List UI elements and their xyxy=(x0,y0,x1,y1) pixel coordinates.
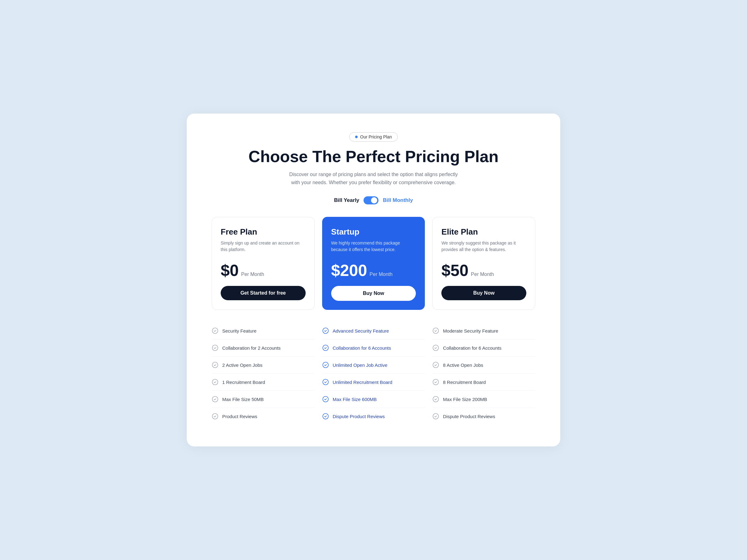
list-item: Max File Size 600MB xyxy=(322,391,425,408)
feature-label: Collaboration for 6 Accounts xyxy=(443,345,501,351)
svg-point-10 xyxy=(323,396,328,402)
list-item: Unlimited Open Job Active xyxy=(322,356,425,374)
svg-point-11 xyxy=(323,414,328,419)
feature-label: Collaboration for 2 Accounts xyxy=(222,345,281,351)
page-title: Choose The Perfect Pricing Plan xyxy=(212,148,535,165)
check-icon xyxy=(212,344,218,351)
pricing-plans: Free Plan Simply sign up and create an a… xyxy=(212,217,535,310)
svg-point-9 xyxy=(323,379,328,385)
list-item: Dispute Product Reviews xyxy=(322,408,425,425)
list-item: Product Reviews xyxy=(212,408,315,425)
features-section: Security Feature Collaboration for 2 Acc… xyxy=(212,322,535,425)
list-item: Moderate Security Feature xyxy=(432,322,535,340)
check-icon xyxy=(432,344,439,351)
list-item: 2 Active Open Jobs xyxy=(212,356,315,374)
svg-point-15 xyxy=(433,379,439,385)
check-icon xyxy=(432,396,439,403)
elite-plan-price: $50 Per Month xyxy=(441,262,526,278)
check-icon xyxy=(322,396,329,403)
free-plan-name: Free Plan xyxy=(221,227,306,237)
check-icon xyxy=(322,413,329,420)
svg-point-13 xyxy=(433,345,439,351)
billing-toggle-switch[interactable] xyxy=(364,196,379,205)
toggle-knob xyxy=(371,197,377,204)
list-item: Unlimited Recruitment Board xyxy=(322,374,425,391)
pricing-badge: Our Pricing Plan xyxy=(349,132,398,141)
list-item: 1 Recruitment Board xyxy=(212,374,315,391)
free-price-period: Per Month xyxy=(241,272,264,277)
svg-point-3 xyxy=(212,379,218,385)
check-icon xyxy=(432,327,439,334)
feature-label: Dispute Product Reviews xyxy=(333,414,385,419)
check-icon xyxy=(212,327,218,334)
svg-point-14 xyxy=(433,362,439,368)
elite-plan-desc: We strongly suggest this package as it p… xyxy=(441,240,526,255)
check-icon xyxy=(322,327,329,334)
check-icon xyxy=(432,413,439,420)
check-icon xyxy=(322,379,329,385)
feature-label: Max File Size 200MB xyxy=(443,397,487,402)
free-price-amount: $0 xyxy=(221,262,239,278)
bill-monthly-label: Bill Monthly xyxy=(383,197,413,204)
page-subtitle: Discover our range of pricing plans and … xyxy=(286,170,461,186)
check-icon xyxy=(432,362,439,368)
feature-label: Max File Size 50MB xyxy=(222,397,264,402)
list-item: 8 Recruitment Board xyxy=(432,374,535,391)
elite-price-amount: $50 xyxy=(441,262,468,278)
startup-price-period: Per Month xyxy=(369,272,392,277)
feature-label: Advanced Security Feature xyxy=(333,328,389,334)
svg-point-7 xyxy=(323,345,328,351)
feature-label: 2 Active Open Jobs xyxy=(222,363,262,368)
svg-point-0 xyxy=(212,328,218,334)
elite-plan-button[interactable]: Buy Now xyxy=(441,286,526,300)
startup-plan-card: Startup We highly recommend this package… xyxy=(322,217,425,310)
list-item: Collaboration for 6 Accounts xyxy=(322,340,425,356)
free-features: Security Feature Collaboration for 2 Acc… xyxy=(212,322,315,425)
startup-plan-name: Startup xyxy=(331,227,416,237)
badge-label: Our Pricing Plan xyxy=(360,134,392,139)
check-icon xyxy=(212,379,218,385)
list-item: Collaboration for 2 Accounts xyxy=(212,340,315,356)
svg-point-8 xyxy=(323,362,328,368)
bill-yearly-label: Bill Yearly xyxy=(334,197,359,204)
page-header: Our Pricing Plan Choose The Perfect Pric… xyxy=(212,132,535,205)
svg-point-12 xyxy=(433,328,439,334)
feature-label: 1 Recruitment Board xyxy=(222,379,265,385)
startup-features: Advanced Security Feature Collaboration … xyxy=(322,322,425,425)
free-plan-button[interactable]: Get Started for free xyxy=(221,286,306,300)
startup-plan-desc: We highly recommend this package because… xyxy=(331,240,416,255)
svg-point-17 xyxy=(433,414,439,419)
svg-point-5 xyxy=(212,414,218,419)
elite-plan-card: Elite Plan We strongly suggest this pack… xyxy=(432,217,535,310)
check-icon xyxy=(212,362,218,368)
feature-label: Unlimited Recruitment Board xyxy=(333,379,392,385)
feature-label: Unlimited Open Job Active xyxy=(333,363,387,368)
feature-label: Product Reviews xyxy=(222,414,257,419)
svg-point-4 xyxy=(212,396,218,402)
list-item: Max File Size 200MB xyxy=(432,391,535,408)
feature-label: Dispute Product Reviews xyxy=(443,414,495,419)
free-plan-card: Free Plan Simply sign up and create an a… xyxy=(212,217,315,310)
elite-features: Moderate Security Feature Collaboration … xyxy=(432,322,535,425)
list-item: Dispute Product Reviews xyxy=(432,408,535,425)
startup-price-amount: $200 xyxy=(331,262,367,278)
list-item: Advanced Security Feature xyxy=(322,322,425,340)
badge-dot xyxy=(355,136,358,138)
pricing-page: Our Pricing Plan Choose The Perfect Pric… xyxy=(187,113,560,447)
svg-point-6 xyxy=(323,328,328,334)
elite-price-period: Per Month xyxy=(471,272,494,277)
svg-point-16 xyxy=(433,396,439,402)
check-icon xyxy=(212,396,218,403)
feature-label: Collaboration for 6 Accounts xyxy=(333,345,391,351)
feature-label: 8 Active Open Jobs xyxy=(443,363,483,368)
free-plan-price: $0 Per Month xyxy=(221,262,306,278)
list-item: Max File Size 50MB xyxy=(212,391,315,408)
feature-label: Moderate Security Feature xyxy=(443,328,498,334)
list-item: Collaboration for 6 Accounts xyxy=(432,340,535,356)
check-icon xyxy=(212,413,218,420)
startup-plan-button[interactable]: Buy Now xyxy=(331,286,416,301)
svg-point-1 xyxy=(212,345,218,351)
list-item: 8 Active Open Jobs xyxy=(432,356,535,374)
elite-plan-name: Elite Plan xyxy=(441,227,526,237)
feature-label: 8 Recruitment Board xyxy=(443,379,486,385)
